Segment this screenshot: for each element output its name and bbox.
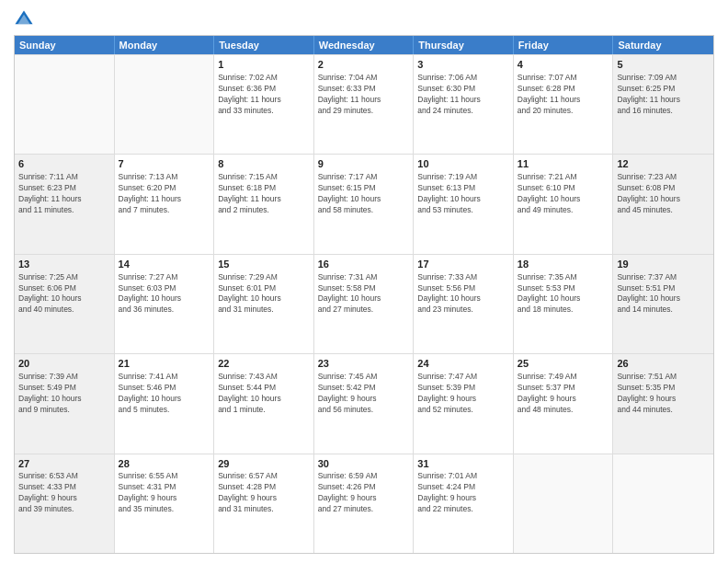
day-number: 5 bbox=[617, 58, 710, 72]
calendar-cell-1-5: 11Sunrise: 7:21 AMSunset: 6:10 PMDayligh… bbox=[514, 155, 614, 253]
day-info: Sunrise: 7:11 AMSunset: 6:23 PMDaylight:… bbox=[18, 172, 110, 216]
calendar-cell-0-3: 2Sunrise: 7:04 AMSunset: 6:33 PMDaylight… bbox=[314, 55, 415, 154]
calendar-cell-3-1: 21Sunrise: 7:41 AMSunset: 5:46 PMDayligh… bbox=[115, 354, 215, 453]
calendar-cell-0-4: 3Sunrise: 7:06 AMSunset: 6:30 PMDaylight… bbox=[414, 55, 514, 154]
day-info: Sunrise: 7:43 AMSunset: 5:44 PMDaylight:… bbox=[218, 372, 310, 416]
calendar-cell-2-2: 15Sunrise: 7:29 AMSunset: 6:01 PMDayligh… bbox=[214, 255, 314, 353]
calendar-header: SundayMondayTuesdayWednesdayThursdayFrid… bbox=[15, 36, 713, 54]
day-info: Sunrise: 7:33 AMSunset: 5:56 PMDaylight:… bbox=[417, 272, 509, 316]
day-info: Sunrise: 7:39 AMSunset: 5:49 PMDaylight:… bbox=[18, 372, 110, 416]
calendar-cell-4-6 bbox=[613, 454, 713, 553]
day-info: Sunrise: 7:19 AMSunset: 6:13 PMDaylight:… bbox=[417, 172, 509, 216]
day-number: 12 bbox=[617, 157, 710, 171]
day-number: 21 bbox=[119, 357, 210, 371]
logo bbox=[14, 9, 38, 29]
day-number: 28 bbox=[119, 457, 210, 471]
calendar-cell-1-2: 8Sunrise: 7:15 AMSunset: 6:18 PMDaylight… bbox=[214, 155, 314, 253]
day-number: 23 bbox=[318, 357, 410, 371]
calendar-row-1: 6Sunrise: 7:11 AMSunset: 6:23 PMDaylight… bbox=[15, 154, 713, 253]
day-number: 8 bbox=[218, 157, 310, 171]
calendar-row-0: 1Sunrise: 7:02 AMSunset: 6:36 PMDaylight… bbox=[15, 54, 713, 154]
calendar-cell-3-4: 24Sunrise: 7:47 AMSunset: 5:39 PMDayligh… bbox=[414, 354, 514, 453]
day-number: 4 bbox=[518, 58, 609, 72]
day-info: Sunrise: 6:53 AMSunset: 4:33 PMDaylight:… bbox=[18, 471, 110, 515]
calendar-cell-0-0 bbox=[15, 55, 115, 154]
day-number: 13 bbox=[18, 258, 110, 271]
calendar-cell-2-3: 16Sunrise: 7:31 AMSunset: 5:58 PMDayligh… bbox=[314, 255, 415, 353]
day-info: Sunrise: 7:09 AMSunset: 6:25 PMDaylight:… bbox=[617, 73, 710, 117]
calendar-cell-1-6: 12Sunrise: 7:23 AMSunset: 6:08 PMDayligh… bbox=[613, 155, 713, 253]
day-info: Sunrise: 6:55 AMSunset: 4:31 PMDaylight:… bbox=[119, 471, 210, 515]
day-number: 31 bbox=[417, 457, 509, 471]
calendar-body: 1Sunrise: 7:02 AMSunset: 6:36 PMDaylight… bbox=[15, 54, 713, 553]
day-info: Sunrise: 7:27 AMSunset: 6:03 PMDaylight:… bbox=[119, 272, 210, 316]
calendar-cell-3-2: 22Sunrise: 7:43 AMSunset: 5:44 PMDayligh… bbox=[214, 354, 314, 453]
day-info: Sunrise: 7:47 AMSunset: 5:39 PMDaylight:… bbox=[417, 372, 509, 416]
day-number: 22 bbox=[218, 357, 310, 371]
day-number: 19 bbox=[617, 258, 710, 271]
day-number: 1 bbox=[218, 58, 310, 72]
day-number: 24 bbox=[417, 357, 509, 371]
day-info: Sunrise: 7:04 AMSunset: 6:33 PMDaylight:… bbox=[318, 73, 410, 117]
header-day-monday: Monday bbox=[115, 36, 215, 54]
day-info: Sunrise: 6:59 AMSunset: 4:26 PMDaylight:… bbox=[318, 471, 410, 515]
day-number: 14 bbox=[119, 258, 210, 271]
day-info: Sunrise: 7:01 AMSunset: 4:24 PMDaylight:… bbox=[417, 471, 509, 515]
calendar-cell-0-1 bbox=[115, 55, 215, 154]
day-info: Sunrise: 7:29 AMSunset: 6:01 PMDaylight:… bbox=[218, 272, 310, 316]
day-info: Sunrise: 7:17 AMSunset: 6:15 PMDaylight:… bbox=[318, 172, 410, 216]
calendar-cell-2-6: 19Sunrise: 7:37 AMSunset: 5:51 PMDayligh… bbox=[613, 255, 713, 353]
day-info: Sunrise: 6:57 AMSunset: 4:28 PMDaylight:… bbox=[218, 471, 310, 515]
calendar-cell-0-5: 4Sunrise: 7:07 AMSunset: 6:28 PMDaylight… bbox=[514, 55, 614, 154]
calendar-cell-1-4: 10Sunrise: 7:19 AMSunset: 6:13 PMDayligh… bbox=[414, 155, 514, 253]
day-number: 15 bbox=[218, 258, 310, 271]
calendar-cell-2-1: 14Sunrise: 7:27 AMSunset: 6:03 PMDayligh… bbox=[115, 255, 215, 353]
calendar-row-3: 20Sunrise: 7:39 AMSunset: 5:49 PMDayligh… bbox=[15, 353, 713, 453]
day-number: 27 bbox=[18, 457, 110, 471]
day-info: Sunrise: 7:51 AMSunset: 5:35 PMDaylight:… bbox=[617, 372, 710, 416]
day-info: Sunrise: 7:45 AMSunset: 5:42 PMDaylight:… bbox=[318, 372, 410, 416]
day-info: Sunrise: 7:37 AMSunset: 5:51 PMDaylight:… bbox=[617, 272, 710, 316]
day-info: Sunrise: 7:23 AMSunset: 6:08 PMDaylight:… bbox=[617, 172, 710, 216]
calendar-cell-4-4: 31Sunrise: 7:01 AMSunset: 4:24 PMDayligh… bbox=[414, 454, 514, 553]
calendar-cell-0-6: 5Sunrise: 7:09 AMSunset: 6:25 PMDaylight… bbox=[613, 55, 713, 154]
calendar-cell-3-0: 20Sunrise: 7:39 AMSunset: 5:49 PMDayligh… bbox=[15, 354, 115, 453]
day-info: Sunrise: 7:06 AMSunset: 6:30 PMDaylight:… bbox=[417, 73, 509, 117]
calendar: SundayMondayTuesdayWednesdayThursdayFrid… bbox=[14, 35, 714, 554]
day-info: Sunrise: 7:07 AMSunset: 6:28 PMDaylight:… bbox=[518, 73, 609, 117]
calendar-cell-0-2: 1Sunrise: 7:02 AMSunset: 6:36 PMDaylight… bbox=[214, 55, 314, 154]
calendar-cell-1-0: 6Sunrise: 7:11 AMSunset: 6:23 PMDaylight… bbox=[15, 155, 115, 253]
day-number: 18 bbox=[518, 258, 609, 271]
day-info: Sunrise: 7:35 AMSunset: 5:53 PMDaylight:… bbox=[518, 272, 609, 316]
day-info: Sunrise: 7:31 AMSunset: 5:58 PMDaylight:… bbox=[318, 272, 410, 316]
day-number: 17 bbox=[417, 258, 509, 271]
day-number: 25 bbox=[518, 357, 609, 371]
calendar-cell-1-3: 9Sunrise: 7:17 AMSunset: 6:15 PMDaylight… bbox=[314, 155, 415, 253]
day-info: Sunrise: 7:15 AMSunset: 6:18 PMDaylight:… bbox=[218, 172, 310, 216]
header-day-saturday: Saturday bbox=[613, 36, 713, 54]
header-day-thursday: Thursday bbox=[414, 36, 514, 54]
calendar-cell-4-1: 28Sunrise: 6:55 AMSunset: 4:31 PMDayligh… bbox=[115, 454, 215, 553]
header-day-sunday: Sunday bbox=[15, 36, 115, 54]
day-info: Sunrise: 7:02 AMSunset: 6:36 PMDaylight:… bbox=[218, 73, 310, 117]
day-number: 16 bbox=[318, 258, 410, 271]
day-number: 30 bbox=[318, 457, 410, 471]
day-info: Sunrise: 7:25 AMSunset: 6:06 PMDaylight:… bbox=[18, 272, 110, 316]
calendar-cell-3-6: 26Sunrise: 7:51 AMSunset: 5:35 PMDayligh… bbox=[613, 354, 713, 453]
day-number: 6 bbox=[18, 157, 110, 171]
calendar-row-4: 27Sunrise: 6:53 AMSunset: 4:33 PMDayligh… bbox=[15, 454, 713, 553]
day-number: 2 bbox=[318, 58, 410, 72]
calendar-cell-3-5: 25Sunrise: 7:49 AMSunset: 5:37 PMDayligh… bbox=[514, 354, 614, 453]
header bbox=[14, 9, 714, 29]
day-number: 10 bbox=[417, 157, 509, 171]
day-number: 3 bbox=[417, 58, 509, 72]
day-info: Sunrise: 7:21 AMSunset: 6:10 PMDaylight:… bbox=[518, 172, 609, 216]
day-info: Sunrise: 7:41 AMSunset: 5:46 PMDaylight:… bbox=[119, 372, 210, 416]
day-number: 11 bbox=[518, 157, 609, 171]
page: SundayMondayTuesdayWednesdayThursdayFrid… bbox=[0, 0, 728, 563]
header-day-friday: Friday bbox=[514, 36, 614, 54]
calendar-cell-2-5: 18Sunrise: 7:35 AMSunset: 5:53 PMDayligh… bbox=[514, 255, 614, 353]
day-number: 9 bbox=[318, 157, 410, 171]
calendar-cell-2-0: 13Sunrise: 7:25 AMSunset: 6:06 PMDayligh… bbox=[15, 255, 115, 353]
day-number: 20 bbox=[18, 357, 110, 371]
